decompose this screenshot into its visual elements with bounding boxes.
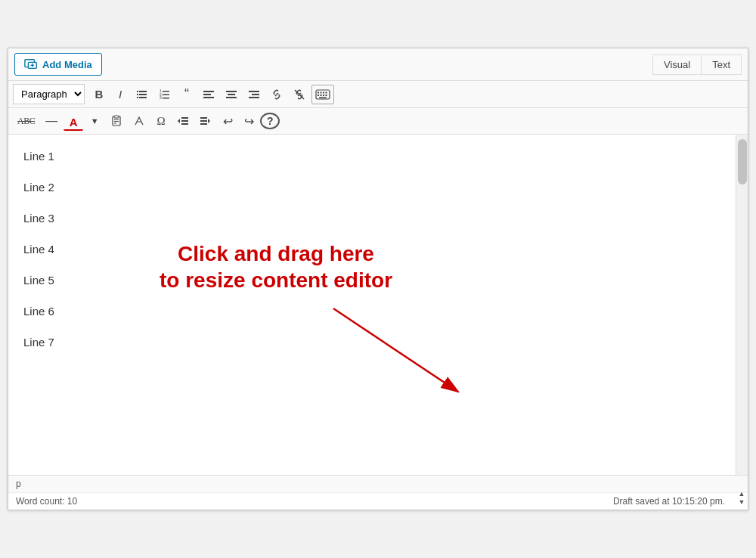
svg-rect-35 [319, 97, 327, 98]
editor-line-3: Line 3 [23, 212, 720, 225]
svg-rect-13 [163, 94, 169, 95]
svg-rect-28 [321, 91, 322, 93]
align-right-icon [248, 88, 260, 101]
svg-rect-7 [139, 94, 147, 95]
tab-text[interactable]: Text [701, 54, 742, 75]
clear-format-icon [133, 115, 145, 127]
svg-rect-46 [200, 117, 207, 119]
keyboard-shortcut-button[interactable] [311, 85, 334, 104]
svg-rect-4 [137, 91, 138, 92]
svg-rect-5 [139, 91, 147, 92]
unordered-list-button[interactable] [132, 85, 153, 104]
editor-line-4: Line 4 [23, 243, 720, 256]
italic-button[interactable]: I [110, 85, 130, 104]
svg-rect-9 [139, 97, 147, 98]
outdent-icon [177, 115, 189, 127]
svg-rect-42 [181, 117, 188, 119]
clear-format-button[interactable] [129, 111, 150, 131]
svg-rect-23 [252, 94, 259, 95]
indent-button[interactable] [195, 111, 216, 131]
color-dropdown-button[interactable]: ▼ [85, 111, 104, 131]
svg-rect-30 [326, 91, 327, 93]
word-count-label: Word count: 10 [16, 496, 77, 507]
svg-rect-32 [321, 95, 322, 96]
add-media-icon [24, 57, 38, 71]
svg-rect-8 [137, 97, 138, 98]
svg-rect-11 [163, 91, 169, 92]
special-char-button[interactable]: Ω [151, 111, 171, 131]
svg-rect-44 [181, 123, 188, 125]
align-center-icon [225, 88, 237, 101]
top-bar: Add Media Visual Text [8, 48, 748, 81]
svg-rect-37 [114, 116, 119, 118]
add-media-label: Add Media [42, 59, 92, 70]
ol-icon: 1.2.3. [159, 88, 171, 101]
text-color-button[interactable]: A [64, 111, 83, 131]
svg-rect-17 [203, 94, 211, 95]
svg-rect-18 [203, 97, 214, 98]
word-count-bar: Word count: 10 Draft saved at 10:15:20 p… [8, 492, 748, 510]
align-left-button[interactable] [198, 85, 219, 104]
content-area: Line 1 Line 2 Line 3 Line 4 Line 5 Line … [8, 135, 748, 475]
outdent-button[interactable] [172, 111, 194, 131]
scrollbar-track[interactable] [736, 135, 748, 475]
svg-rect-29 [323, 91, 324, 93]
horizontal-rule-button[interactable]: — [41, 111, 62, 131]
svg-rect-21 [226, 97, 237, 98]
resize-arrow-down: ▼ [739, 499, 745, 506]
current-tag: p [16, 479, 21, 489]
editor-line-7: Line 7 [23, 336, 720, 349]
editor-container: Add Media Visual Text Paragraph B I 1.2.… [8, 48, 748, 510]
align-right-button[interactable] [243, 85, 265, 104]
unlink-button[interactable] [289, 85, 310, 104]
svg-rect-47 [200, 120, 207, 122]
link-button[interactable] [266, 85, 287, 104]
editor-line-1: Line 1 [23, 150, 720, 163]
svg-rect-15 [163, 98, 169, 99]
draft-status: Draft saved at 10:15:20 pm. [613, 496, 725, 507]
undo-button[interactable]: ↩ [218, 111, 237, 131]
svg-rect-33 [323, 95, 324, 96]
editor-line-6: Line 6 [23, 305, 720, 318]
keyboard-icon [315, 89, 330, 100]
svg-line-25 [295, 90, 304, 99]
blockquote-button[interactable]: “ [177, 85, 197, 104]
paste-text-icon [110, 115, 122, 127]
scrollbar-thumb[interactable] [738, 139, 747, 184]
ul-icon [136, 88, 148, 101]
strikethrough-button[interactable]: ABC [13, 111, 39, 131]
svg-rect-27 [318, 91, 319, 93]
add-media-button[interactable]: Add Media [14, 53, 102, 76]
link-icon [271, 88, 283, 101]
editor-content[interactable]: Line 1 Line 2 Line 3 Line 4 Line 5 Line … [8, 135, 736, 475]
svg-rect-43 [181, 120, 188, 122]
svg-text:3.: 3. [160, 95, 163, 100]
svg-rect-20 [228, 94, 235, 95]
svg-line-51 [333, 308, 458, 392]
svg-rect-16 [203, 91, 214, 92]
svg-marker-49 [208, 119, 210, 123]
svg-rect-6 [137, 94, 138, 95]
paste-text-button[interactable] [106, 111, 127, 131]
resize-handle[interactable]: ▲ ▼ [736, 487, 748, 510]
svg-marker-45 [178, 119, 180, 123]
redo-button[interactable]: ↪ [239, 111, 259, 131]
ordered-list-button[interactable]: 1.2.3. [154, 85, 175, 104]
paragraph-select[interactable]: Paragraph [13, 84, 85, 104]
tab-visual[interactable]: Visual [652, 54, 701, 75]
align-center-button[interactable] [221, 85, 242, 104]
resize-arrow-up: ▲ [739, 491, 745, 498]
svg-rect-19 [226, 91, 237, 92]
bold-button[interactable]: B [89, 85, 109, 104]
editor-line-2: Line 2 [23, 181, 720, 194]
align-left-icon [203, 88, 215, 101]
editor-line-5: Line 5 [23, 274, 720, 287]
help-button[interactable]: ? [260, 113, 280, 129]
unlink-icon [293, 88, 305, 101]
svg-rect-34 [326, 95, 327, 96]
toolbar-row-2: ABC — A ▼ Ω [8, 108, 748, 135]
svg-rect-22 [249, 91, 259, 92]
view-tabs: Visual Text [652, 54, 742, 75]
svg-rect-48 [200, 123, 207, 125]
status-tag-bar: p [8, 475, 748, 492]
